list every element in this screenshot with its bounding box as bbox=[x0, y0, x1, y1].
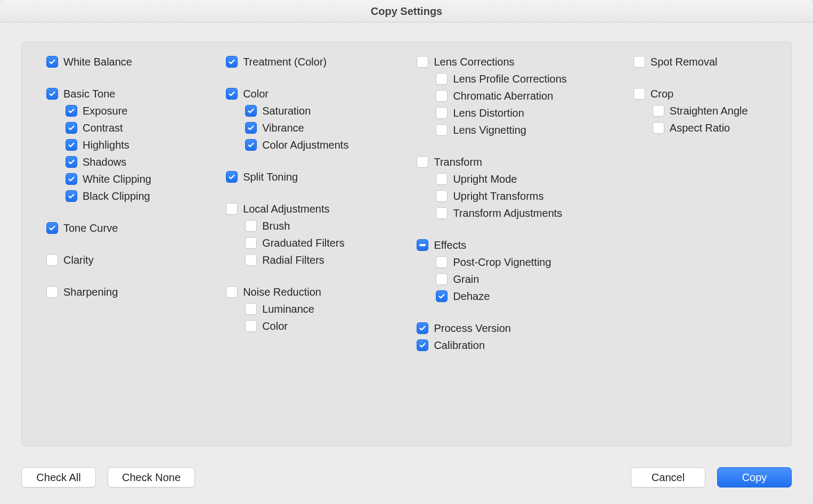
label-lens-distortion: Lens Distortion bbox=[453, 107, 524, 119]
option-lens-distortion: Lens Distortion bbox=[417, 105, 601, 121]
label-brush: Brush bbox=[262, 220, 290, 232]
checkbox-shadows[interactable] bbox=[66, 156, 77, 168]
option-highlights: Highlights bbox=[46, 137, 194, 153]
checkbox-transform[interactable] bbox=[417, 156, 428, 168]
checkbox-aspect-ratio[interactable] bbox=[653, 122, 664, 134]
label-upright-transforms: Upright Transforms bbox=[453, 190, 543, 202]
label-basic-tone: Basic Tone bbox=[63, 88, 115, 100]
checkbox-color-adjustments[interactable] bbox=[245, 139, 257, 151]
label-treatment-color: Treatment (Color) bbox=[243, 56, 327, 68]
label-transform: Transform bbox=[434, 156, 482, 168]
dialog-title: Copy Settings bbox=[0, 0, 813, 22]
label-graduated-filters: Graduated Filters bbox=[262, 237, 345, 249]
spacer bbox=[46, 237, 194, 251]
label-transform-adjustments: Transform Adjustments bbox=[453, 207, 562, 220]
checkbox-graduated-filters[interactable] bbox=[245, 237, 257, 249]
checkbox-upright-mode[interactable] bbox=[436, 173, 448, 185]
label-saturation: Saturation bbox=[262, 105, 311, 117]
option-white-balance: White Balance bbox=[46, 54, 194, 70]
option-straighten-angle: Straighten Angle bbox=[633, 103, 767, 119]
spacer bbox=[226, 269, 385, 283]
label-exposure: Exposure bbox=[83, 105, 128, 117]
checkbox-highlights[interactable] bbox=[66, 139, 77, 151]
option-vibrance: Vibrance bbox=[226, 120, 385, 136]
label-luminance: Luminance bbox=[262, 303, 314, 315]
checkbox-effects[interactable] bbox=[417, 239, 428, 251]
checkbox-local-adjustments[interactable] bbox=[226, 203, 238, 215]
checkbox-noise-reduction[interactable] bbox=[226, 286, 238, 298]
checkbox-spot-removal[interactable] bbox=[633, 56, 645, 68]
label-upright-mode: Upright Mode bbox=[453, 173, 517, 185]
checkbox-upright-transforms[interactable] bbox=[436, 190, 448, 202]
option-crop: Crop bbox=[633, 86, 767, 102]
checkbox-sharpening[interactable] bbox=[46, 286, 58, 298]
option-lens-profile-corrections: Lens Profile Corrections bbox=[417, 71, 601, 87]
option-white-clipping: White Clipping bbox=[46, 171, 194, 187]
checkbox-post-crop-vignetting[interactable] bbox=[436, 256, 448, 268]
label-contrast: Contrast bbox=[83, 122, 123, 134]
checkbox-basic-tone[interactable] bbox=[46, 88, 58, 100]
label-color: Color bbox=[243, 88, 269, 100]
checkbox-straighten-angle[interactable] bbox=[653, 105, 664, 117]
label-lens-profile-corrections: Lens Profile Corrections bbox=[453, 73, 566, 85]
checkbox-lens-corrections[interactable] bbox=[417, 56, 428, 68]
check-none-button[interactable]: Check None bbox=[108, 467, 195, 487]
option-saturation: Saturation bbox=[226, 103, 385, 119]
option-sharpening: Sharpening bbox=[46, 284, 194, 300]
label-chromatic-aberration: Chromatic Aberration bbox=[453, 90, 553, 102]
option-lens-vignetting: Lens Vignetting bbox=[417, 122, 601, 138]
spacer bbox=[46, 71, 194, 85]
checkbox-chromatic-aberration[interactable] bbox=[436, 90, 448, 102]
checkbox-lens-vignetting[interactable] bbox=[436, 124, 448, 136]
option-treatment-color: Treatment (Color) bbox=[226, 54, 385, 70]
spacer bbox=[633, 71, 767, 85]
spacer bbox=[46, 269, 194, 283]
checkbox-brush[interactable] bbox=[245, 220, 257, 232]
checkbox-white-clipping[interactable] bbox=[66, 173, 77, 185]
checkbox-calibration[interactable] bbox=[417, 339, 428, 351]
option-contrast: Contrast bbox=[46, 120, 194, 136]
checkbox-transform-adjustments[interactable] bbox=[436, 207, 448, 219]
cancel-button[interactable]: Cancel bbox=[631, 467, 705, 487]
option-upright-transforms: Upright Transforms bbox=[417, 188, 601, 204]
label-noise-color: Color bbox=[262, 320, 288, 332]
checkbox-vibrance[interactable] bbox=[245, 122, 257, 134]
checkbox-contrast[interactable] bbox=[66, 122, 77, 134]
option-split-toning: Split Toning bbox=[226, 169, 385, 185]
checkbox-treatment-color[interactable] bbox=[226, 56, 238, 68]
checkbox-lens-profile-corrections[interactable] bbox=[436, 73, 448, 85]
label-effects: Effects bbox=[434, 239, 466, 251]
option-dehaze: Dehaze bbox=[417, 288, 601, 304]
checkbox-saturation[interactable] bbox=[245, 105, 257, 117]
label-dehaze: Dehaze bbox=[453, 290, 490, 303]
checkbox-lens-distortion[interactable] bbox=[436, 107, 448, 119]
checkbox-grain[interactable] bbox=[436, 273, 448, 285]
copy-button[interactable]: Copy bbox=[717, 467, 792, 487]
option-calibration: Calibration bbox=[417, 337, 601, 353]
checkbox-tone-curve[interactable] bbox=[46, 222, 58, 234]
options-column: White BalanceBasic ToneExposureContrastH… bbox=[46, 54, 194, 434]
checkbox-dehaze[interactable] bbox=[436, 290, 448, 302]
checkbox-process-version[interactable] bbox=[417, 322, 428, 334]
checkbox-color[interactable] bbox=[226, 88, 238, 100]
spacer bbox=[226, 186, 385, 200]
checkbox-luminance[interactable] bbox=[245, 303, 257, 315]
option-brush: Brush bbox=[226, 218, 385, 234]
options-column: Lens CorrectionsLens Profile Corrections… bbox=[417, 54, 601, 434]
checkbox-split-toning[interactable] bbox=[226, 171, 238, 183]
check-all-button[interactable]: Check All bbox=[21, 467, 96, 487]
option-process-version: Process Version bbox=[417, 320, 601, 336]
option-black-clipping: Black Clipping bbox=[46, 188, 194, 204]
label-radial-filters: Radial Filters bbox=[262, 254, 324, 266]
checkbox-radial-filters[interactable] bbox=[245, 254, 257, 266]
label-white-balance: White Balance bbox=[63, 56, 132, 68]
checkbox-black-clipping[interactable] bbox=[66, 190, 77, 202]
checkbox-clarity[interactable] bbox=[46, 254, 58, 266]
checkbox-exposure[interactable] bbox=[66, 105, 77, 117]
label-black-clipping: Black Clipping bbox=[83, 190, 150, 202]
option-transform-adjustments: Transform Adjustments bbox=[417, 205, 601, 221]
checkbox-crop[interactable] bbox=[633, 88, 645, 100]
checkbox-noise-color[interactable] bbox=[245, 320, 257, 332]
option-clarity: Clarity bbox=[46, 252, 194, 268]
checkbox-white-balance[interactable] bbox=[46, 56, 58, 68]
